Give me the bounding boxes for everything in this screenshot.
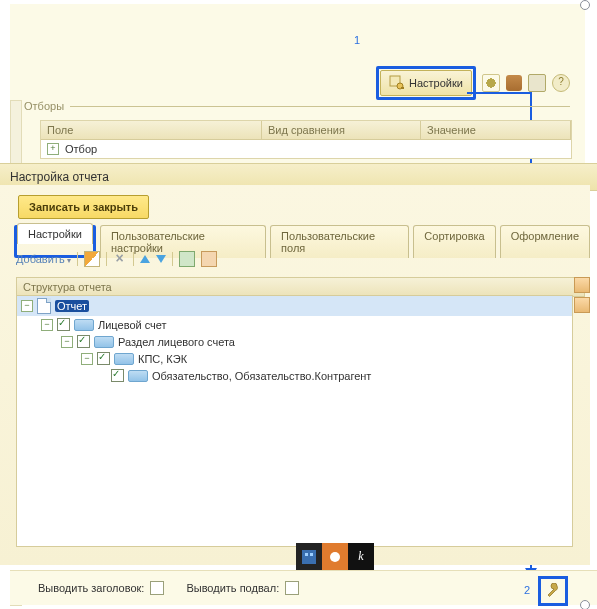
collapse-icon[interactable]: − <box>41 319 53 331</box>
selection-handle[interactable] <box>580 600 590 609</box>
save-and-close-button[interactable]: Записать и закрыть <box>18 195 149 219</box>
col-field[interactable]: Поле <box>41 121 262 139</box>
move-down-icon[interactable] <box>156 255 166 263</box>
collapse-icon[interactable]: − <box>21 300 33 312</box>
add-button[interactable]: Добавить▾ <box>16 253 71 265</box>
help-icon[interactable]: ? <box>552 74 570 92</box>
wrench-icon[interactable] <box>545 583 561 599</box>
svg-rect-3 <box>302 550 316 564</box>
separator <box>106 252 107 266</box>
field-icon <box>114 353 134 365</box>
settings-button-label: Настройки <box>409 77 463 89</box>
top-toolbar: Настройки ? <box>376 66 570 100</box>
move-up-icon[interactable] <box>140 255 150 263</box>
form-icon[interactable] <box>179 251 195 267</box>
svg-rect-4 <box>305 553 308 556</box>
tree-node[interactable]: − Раздел лицевого счета <box>17 333 572 350</box>
scroll-strip[interactable] <box>10 100 22 167</box>
gear-icon[interactable] <box>482 74 500 92</box>
side-tool-icon[interactable] <box>574 297 590 313</box>
checkbox-icon[interactable] <box>57 318 70 331</box>
tree-label: Лицевой счет <box>98 319 167 331</box>
show-header-checkbox[interactable] <box>150 581 164 595</box>
taskbar-app-icon[interactable]: k <box>348 543 374 570</box>
structure-toolbar: Добавить▾ × <box>16 251 217 267</box>
svg-rect-2 <box>401 87 404 89</box>
field-icon <box>128 370 148 382</box>
taskbar-app-icon[interactable] <box>296 543 322 570</box>
svg-rect-5 <box>310 553 313 556</box>
show-header-label: Выводить заголовок: <box>38 582 144 594</box>
collapse-icon[interactable]: − <box>81 353 93 365</box>
annotation-arrow <box>467 92 531 94</box>
side-tool-icon[interactable] <box>574 277 590 293</box>
edit-icon[interactable] <box>84 251 100 267</box>
tab-sort[interactable]: Сортировка <box>413 225 495 258</box>
file-icon[interactable] <box>528 74 546 92</box>
tree-root[interactable]: − Отчет <box>17 296 572 316</box>
structure-header: Структура отчета <box>16 277 585 297</box>
taskbar: k <box>296 543 374 570</box>
dialog-body: Записать и закрыть Настройки Пользовател… <box>0 185 590 565</box>
annotation-1: 1 <box>354 34 360 46</box>
svg-point-6 <box>330 552 340 562</box>
tree-label: Обязательство, Обязательство.Контрагент <box>152 370 371 382</box>
report-icon <box>37 298 51 314</box>
show-footer-checkbox[interactable] <box>285 581 299 595</box>
delete-icon[interactable]: × <box>113 252 127 266</box>
annotation-2: 2 <box>524 584 530 596</box>
field-icon <box>74 319 94 331</box>
highlight-box-2 <box>538 576 568 606</box>
settings-button[interactable]: Настройки <box>380 70 472 96</box>
tab-user-fields[interactable]: Пользовательские поля <box>270 225 409 258</box>
col-value[interactable]: Значение <box>421 121 571 139</box>
table-row[interactable]: + Отбор <box>41 140 571 158</box>
settings-key-icon <box>389 75 405 91</box>
tree-label: Раздел лицевого счета <box>118 336 235 348</box>
filters-table: Поле Вид сравнения Значение + Отбор <box>40 120 572 159</box>
row-label: Отбор <box>65 143 97 155</box>
tree-node[interactable]: − КПС, КЭК <box>17 350 572 367</box>
tree-label: Отчет <box>55 300 89 312</box>
tab-settings[interactable]: Настройки <box>17 223 93 244</box>
checkbox-icon[interactable] <box>97 352 110 365</box>
filters-section-title: Отборы <box>24 100 70 112</box>
col-comparison[interactable]: Вид сравнения <box>262 121 421 139</box>
section-divider <box>70 106 570 107</box>
separator <box>172 252 173 266</box>
highlight-box-1: Настройки <box>376 66 476 100</box>
separator <box>77 252 78 266</box>
tree-node[interactable]: − Лицевой счет <box>17 316 572 333</box>
dropdown-icon: ▾ <box>67 256 71 265</box>
collapse-icon[interactable]: − <box>61 336 73 348</box>
tab-formatting[interactable]: Оформление <box>500 225 590 258</box>
database-icon[interactable] <box>506 75 522 91</box>
taskbar-app-icon[interactable] <box>322 543 348 570</box>
structure-tree: − Отчет − Лицевой счет − Раздел лицевого… <box>16 295 573 547</box>
footer-bar: Выводить заголовок: Выводить подвал: <box>10 570 597 605</box>
separator <box>133 252 134 266</box>
field-icon <box>94 336 114 348</box>
checkbox-icon[interactable] <box>77 335 90 348</box>
show-footer-label: Выводить подвал: <box>186 582 279 594</box>
filters-table-header: Поле Вид сравнения Значение <box>41 121 571 140</box>
expand-icon[interactable]: + <box>47 143 59 155</box>
tree-node[interactable]: Обязательство, Обязательство.Контрагент <box>17 367 572 384</box>
selection-handle[interactable] <box>580 0 590 10</box>
form-icon[interactable] <box>201 251 217 267</box>
checkbox-icon[interactable] <box>111 369 124 382</box>
tree-label: КПС, КЭК <box>138 353 187 365</box>
